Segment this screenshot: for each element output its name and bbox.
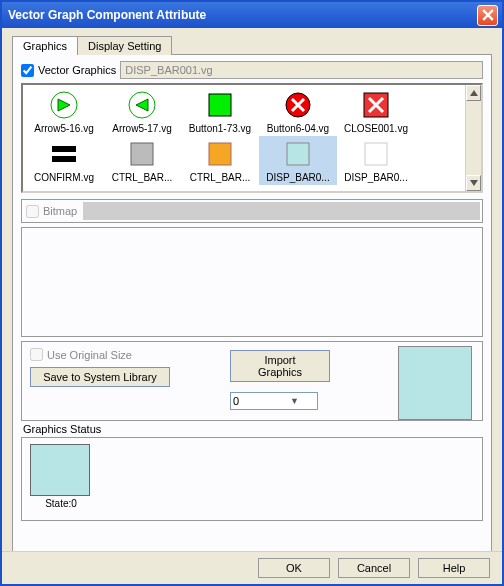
close-x-icon (360, 89, 392, 121)
state-select[interactable]: 0 ▼ (230, 392, 318, 410)
gallery-item-label: Button6-04.vg (261, 123, 335, 134)
gallery-item[interactable]: CLOSE001.vg (337, 87, 415, 136)
svg-rect-9 (287, 143, 309, 165)
svg-rect-2 (209, 94, 231, 116)
vector-graphics-label: Vector Graphics (38, 64, 116, 76)
chevron-down-icon: ▼ (274, 396, 315, 406)
svg-rect-6 (52, 156, 76, 162)
gallery-item-label: CLOSE001.vg (339, 123, 413, 134)
save-to-library-button[interactable]: Save to System Library (30, 367, 170, 387)
use-original-size-checkbox (30, 348, 43, 361)
gallery-item[interactable]: Arrow5-16.vg (25, 87, 103, 136)
arrow-left-icon (126, 89, 158, 121)
svg-rect-5 (52, 146, 76, 152)
state-select-value: 0 (233, 395, 274, 407)
arrow-right-icon (48, 89, 80, 121)
state-thumbnail[interactable] (30, 444, 90, 496)
gallery-item[interactable]: DISP_BAR0... (337, 136, 415, 185)
gallery-item[interactable]: Arrow5-17.vg (103, 87, 181, 136)
use-original-size-label: Use Original Size (47, 349, 132, 361)
button-green-icon (204, 89, 236, 121)
ctrl-bar-gray-icon (126, 138, 158, 170)
confirm-icon (48, 138, 80, 170)
svg-rect-10 (365, 143, 387, 165)
close-icon (482, 9, 494, 21)
tab-display-setting[interactable]: Display Setting (77, 36, 172, 55)
button-close-red-icon (282, 89, 314, 121)
graphics-status-label: Graphics Status (23, 423, 483, 435)
gallery-item[interactable]: CTRL_BAR... (181, 136, 259, 185)
vector-file-field (120, 61, 483, 79)
scroll-down-icon[interactable] (466, 175, 481, 191)
cancel-button[interactable]: Cancel (338, 558, 410, 578)
bitmap-checkbox (26, 205, 39, 218)
svg-rect-8 (209, 143, 231, 165)
import-graphics-button[interactable]: Import Graphics (230, 350, 330, 382)
gallery-item-label: Arrow5-16.vg (27, 123, 101, 134)
gallery-item-label: Arrow5-17.vg (105, 123, 179, 134)
gallery-item[interactable]: DISP_BAR0... (259, 136, 337, 185)
gallery-scrollbar[interactable] (465, 85, 481, 191)
bitmap-preview-area (21, 227, 483, 337)
gallery-item-label: CTRL_BAR... (183, 172, 257, 183)
vector-gallery: Arrow5-16.vg Arrow5-17.vg Button1-73.vg … (21, 83, 483, 193)
bitmap-label: Bitmap (43, 205, 77, 217)
ctrl-bar-orange-icon (204, 138, 236, 170)
gallery-item[interactable]: CONFIRM.vg (25, 136, 103, 185)
gallery-item[interactable]: Button6-04.vg (259, 87, 337, 136)
vector-graphics-checkbox[interactable] (21, 64, 34, 77)
gallery-item-label: CONFIRM.vg (27, 172, 101, 183)
help-button[interactable]: Help (418, 558, 490, 578)
gallery-item-label: DISP_BAR0... (339, 172, 413, 183)
bitmap-checkbox-row: Bitmap (22, 203, 81, 220)
tab-graphics[interactable]: Graphics (12, 36, 78, 55)
preview-thumbnail (398, 346, 472, 420)
window-title: Vector Graph Component Attribute (8, 8, 477, 22)
ok-button[interactable]: OK (258, 558, 330, 578)
gallery-item-label: CTRL_BAR... (105, 172, 179, 183)
gallery-item[interactable]: Button1-73.vg (181, 87, 259, 136)
titlebar[interactable]: Vector Graph Component Attribute (2, 2, 502, 28)
disp-bar-white-icon (360, 138, 392, 170)
gallery-item-label: Button1-73.vg (183, 123, 257, 134)
svg-rect-7 (131, 143, 153, 165)
scroll-up-icon[interactable] (466, 85, 481, 101)
state-label: State:0 (30, 498, 92, 509)
disp-bar-cyan-icon (282, 138, 314, 170)
bitmap-bar (83, 202, 480, 220)
close-button[interactable] (477, 5, 498, 26)
gallery-item-label: DISP_BAR0... (261, 172, 335, 183)
gallery-item[interactable]: CTRL_BAR... (103, 136, 181, 185)
